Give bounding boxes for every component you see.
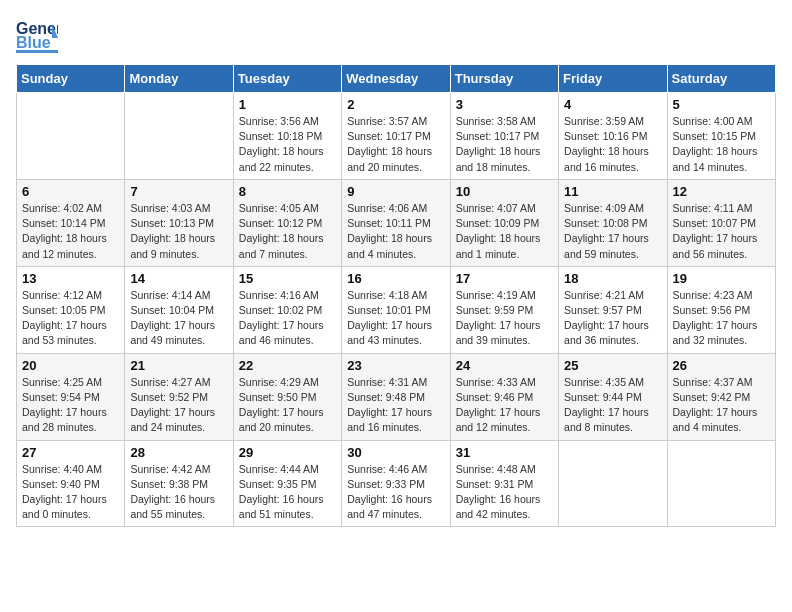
calendar-cell: 5Sunrise: 4:00 AM Sunset: 10:15 PM Dayli… xyxy=(667,93,775,180)
calendar-cell: 15Sunrise: 4:16 AM Sunset: 10:02 PM Dayl… xyxy=(233,266,341,353)
day-info: Sunrise: 3:56 AM Sunset: 10:18 PM Daylig… xyxy=(239,114,336,175)
day-info: Sunrise: 4:27 AM Sunset: 9:52 PM Dayligh… xyxy=(130,375,227,436)
calendar-cell: 25Sunrise: 4:35 AM Sunset: 9:44 PM Dayli… xyxy=(559,353,667,440)
day-info: Sunrise: 3:57 AM Sunset: 10:17 PM Daylig… xyxy=(347,114,444,175)
day-number: 9 xyxy=(347,184,444,199)
day-number: 16 xyxy=(347,271,444,286)
day-info: Sunrise: 4:21 AM Sunset: 9:57 PM Dayligh… xyxy=(564,288,661,349)
day-number: 29 xyxy=(239,445,336,460)
page-header: General Blue xyxy=(16,16,776,54)
day-number: 5 xyxy=(673,97,770,112)
calendar-cell: 11Sunrise: 4:09 AM Sunset: 10:08 PM Dayl… xyxy=(559,179,667,266)
day-info: Sunrise: 3:59 AM Sunset: 10:16 PM Daylig… xyxy=(564,114,661,175)
calendar-cell: 8Sunrise: 4:05 AM Sunset: 10:12 PM Dayli… xyxy=(233,179,341,266)
day-number: 30 xyxy=(347,445,444,460)
calendar-cell: 7Sunrise: 4:03 AM Sunset: 10:13 PM Dayli… xyxy=(125,179,233,266)
calendar-cell: 4Sunrise: 3:59 AM Sunset: 10:16 PM Dayli… xyxy=(559,93,667,180)
day-info: Sunrise: 4:23 AM Sunset: 9:56 PM Dayligh… xyxy=(673,288,770,349)
calendar-cell: 31Sunrise: 4:48 AM Sunset: 9:31 PM Dayli… xyxy=(450,440,558,527)
day-info: Sunrise: 3:58 AM Sunset: 10:17 PM Daylig… xyxy=(456,114,553,175)
weekday-header: Friday xyxy=(559,65,667,93)
calendar-cell: 20Sunrise: 4:25 AM Sunset: 9:54 PM Dayli… xyxy=(17,353,125,440)
day-number: 12 xyxy=(673,184,770,199)
day-number: 15 xyxy=(239,271,336,286)
calendar-week-row: 6Sunrise: 4:02 AM Sunset: 10:14 PM Dayli… xyxy=(17,179,776,266)
weekday-header: Thursday xyxy=(450,65,558,93)
day-info: Sunrise: 4:07 AM Sunset: 10:09 PM Daylig… xyxy=(456,201,553,262)
day-info: Sunrise: 4:33 AM Sunset: 9:46 PM Dayligh… xyxy=(456,375,553,436)
day-number: 20 xyxy=(22,358,119,373)
calendar-week-row: 20Sunrise: 4:25 AM Sunset: 9:54 PM Dayli… xyxy=(17,353,776,440)
day-number: 11 xyxy=(564,184,661,199)
day-info: Sunrise: 4:12 AM Sunset: 10:05 PM Daylig… xyxy=(22,288,119,349)
day-info: Sunrise: 4:03 AM Sunset: 10:13 PM Daylig… xyxy=(130,201,227,262)
calendar-week-row: 27Sunrise: 4:40 AM Sunset: 9:40 PM Dayli… xyxy=(17,440,776,527)
calendar-cell: 23Sunrise: 4:31 AM Sunset: 9:48 PM Dayli… xyxy=(342,353,450,440)
day-info: Sunrise: 4:31 AM Sunset: 9:48 PM Dayligh… xyxy=(347,375,444,436)
calendar-cell: 17Sunrise: 4:19 AM Sunset: 9:59 PM Dayli… xyxy=(450,266,558,353)
day-number: 13 xyxy=(22,271,119,286)
day-number: 31 xyxy=(456,445,553,460)
day-number: 24 xyxy=(456,358,553,373)
day-number: 28 xyxy=(130,445,227,460)
calendar-cell: 2Sunrise: 3:57 AM Sunset: 10:17 PM Dayli… xyxy=(342,93,450,180)
calendar-cell: 13Sunrise: 4:12 AM Sunset: 10:05 PM Dayl… xyxy=(17,266,125,353)
calendar-week-row: 13Sunrise: 4:12 AM Sunset: 10:05 PM Dayl… xyxy=(17,266,776,353)
day-info: Sunrise: 4:46 AM Sunset: 9:33 PM Dayligh… xyxy=(347,462,444,523)
calendar-cell xyxy=(125,93,233,180)
day-info: Sunrise: 4:25 AM Sunset: 9:54 PM Dayligh… xyxy=(22,375,119,436)
calendar-cell: 29Sunrise: 4:44 AM Sunset: 9:35 PM Dayli… xyxy=(233,440,341,527)
day-info: Sunrise: 4:35 AM Sunset: 9:44 PM Dayligh… xyxy=(564,375,661,436)
calendar-cell: 9Sunrise: 4:06 AM Sunset: 10:11 PM Dayli… xyxy=(342,179,450,266)
day-number: 6 xyxy=(22,184,119,199)
day-info: Sunrise: 4:00 AM Sunset: 10:15 PM Daylig… xyxy=(673,114,770,175)
day-number: 19 xyxy=(673,271,770,286)
logo: General Blue xyxy=(16,16,54,54)
svg-text:Blue: Blue xyxy=(16,34,51,51)
weekday-header: Sunday xyxy=(17,65,125,93)
weekday-header: Tuesday xyxy=(233,65,341,93)
weekday-header: Wednesday xyxy=(342,65,450,93)
day-info: Sunrise: 4:29 AM Sunset: 9:50 PM Dayligh… xyxy=(239,375,336,436)
day-number: 23 xyxy=(347,358,444,373)
calendar-cell: 10Sunrise: 4:07 AM Sunset: 10:09 PM Dayl… xyxy=(450,179,558,266)
day-number: 8 xyxy=(239,184,336,199)
day-number: 4 xyxy=(564,97,661,112)
calendar-cell: 3Sunrise: 3:58 AM Sunset: 10:17 PM Dayli… xyxy=(450,93,558,180)
day-number: 1 xyxy=(239,97,336,112)
day-number: 18 xyxy=(564,271,661,286)
day-info: Sunrise: 4:40 AM Sunset: 9:40 PM Dayligh… xyxy=(22,462,119,523)
day-number: 25 xyxy=(564,358,661,373)
day-number: 26 xyxy=(673,358,770,373)
day-info: Sunrise: 4:42 AM Sunset: 9:38 PM Dayligh… xyxy=(130,462,227,523)
calendar-cell: 26Sunrise: 4:37 AM Sunset: 9:42 PM Dayli… xyxy=(667,353,775,440)
calendar-cell: 28Sunrise: 4:42 AM Sunset: 9:38 PM Dayli… xyxy=(125,440,233,527)
day-number: 10 xyxy=(456,184,553,199)
calendar-cell: 12Sunrise: 4:11 AM Sunset: 10:07 PM Dayl… xyxy=(667,179,775,266)
day-number: 22 xyxy=(239,358,336,373)
calendar-cell: 19Sunrise: 4:23 AM Sunset: 9:56 PM Dayli… xyxy=(667,266,775,353)
calendar-cell: 14Sunrise: 4:14 AM Sunset: 10:04 PM Dayl… xyxy=(125,266,233,353)
calendar-cell: 24Sunrise: 4:33 AM Sunset: 9:46 PM Dayli… xyxy=(450,353,558,440)
day-number: 7 xyxy=(130,184,227,199)
day-info: Sunrise: 4:18 AM Sunset: 10:01 PM Daylig… xyxy=(347,288,444,349)
weekday-header: Monday xyxy=(125,65,233,93)
day-info: Sunrise: 4:11 AM Sunset: 10:07 PM Daylig… xyxy=(673,201,770,262)
day-info: Sunrise: 4:37 AM Sunset: 9:42 PM Dayligh… xyxy=(673,375,770,436)
calendar-cell xyxy=(559,440,667,527)
day-number: 3 xyxy=(456,97,553,112)
calendar-cell: 22Sunrise: 4:29 AM Sunset: 9:50 PM Dayli… xyxy=(233,353,341,440)
day-info: Sunrise: 4:44 AM Sunset: 9:35 PM Dayligh… xyxy=(239,462,336,523)
day-number: 17 xyxy=(456,271,553,286)
calendar-cell: 1Sunrise: 3:56 AM Sunset: 10:18 PM Dayli… xyxy=(233,93,341,180)
logo-icon: General Blue xyxy=(16,16,54,54)
calendar-cell: 21Sunrise: 4:27 AM Sunset: 9:52 PM Dayli… xyxy=(125,353,233,440)
calendar-cell xyxy=(17,93,125,180)
weekday-header: Saturday xyxy=(667,65,775,93)
calendar-week-row: 1Sunrise: 3:56 AM Sunset: 10:18 PM Dayli… xyxy=(17,93,776,180)
day-number: 27 xyxy=(22,445,119,460)
calendar-cell: 30Sunrise: 4:46 AM Sunset: 9:33 PM Dayli… xyxy=(342,440,450,527)
day-number: 14 xyxy=(130,271,227,286)
day-info: Sunrise: 4:14 AM Sunset: 10:04 PM Daylig… xyxy=(130,288,227,349)
day-number: 2 xyxy=(347,97,444,112)
